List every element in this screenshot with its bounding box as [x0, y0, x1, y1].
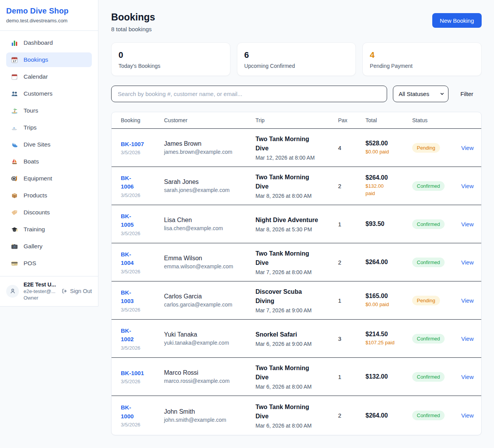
- customer-email: yuki.tanaka@example.com: [164, 340, 255, 346]
- booking-cell: BK-10023/5/2026: [121, 327, 164, 351]
- sidebar: Demo Dive Shop demo.test.divestreams.com…: [0, 0, 98, 307]
- pax-count: 4: [338, 145, 365, 151]
- trips-icon: [11, 124, 18, 131]
- trip-cell: Two Tank Morning DiveMar 7, 2026 at 8:00…: [255, 249, 338, 275]
- booking-number-link[interactable]: BK-1003: [121, 288, 164, 306]
- total-cell: $165.00$0.00 paid: [365, 293, 412, 308]
- paid-amount: $0.00 paid: [365, 148, 412, 156]
- customer-cell: James Brownjames.brown@example.com: [164, 140, 255, 155]
- sidebar-item-label: Training: [24, 226, 45, 233]
- sidebar-item-label: Trips: [24, 124, 37, 131]
- sidebar-item-training[interactable]: Training: [6, 222, 92, 237]
- sidebar-item-discounts[interactable]: Discounts: [6, 205, 92, 220]
- customer-name: Carlos Garcia: [164, 293, 255, 300]
- sidebar-item-label: Bookings: [24, 56, 48, 63]
- new-booking-button[interactable]: New Booking: [432, 13, 482, 28]
- view-link[interactable]: View: [461, 297, 474, 304]
- trip-datetime: Mar 7, 2026 at 8:00 AM: [255, 269, 338, 275]
- customer-email: marco.rossi@example.com: [164, 378, 255, 384]
- total-amount: $132.00: [365, 373, 412, 380]
- sidebar-item-bookings[interactable]: 17Bookings: [6, 52, 92, 67]
- customer-name: Sarah Jones: [164, 179, 255, 185]
- booking-cell: BK-10033/5/2026: [121, 288, 164, 313]
- customer-name: Marco Rossi: [164, 369, 255, 376]
- view-link[interactable]: View: [461, 183, 474, 189]
- total-amount: $528.00: [365, 140, 412, 147]
- paid-amount-line: $0.00 paid: [365, 148, 412, 156]
- sidebar-item-trips[interactable]: Trips: [6, 120, 92, 135]
- table-row: BK-10013/5/2026Marco Rossimarco.rossi@ex…: [112, 358, 481, 396]
- booking-number-link[interactable]: BK-1004: [121, 250, 164, 268]
- trip-cell: Two Tank Morning DiveMar 8, 2026 at 8:00…: [255, 173, 338, 199]
- status-cell: Confirmed: [412, 334, 461, 344]
- sidebar-item-boats[interactable]: Boats: [6, 154, 92, 169]
- customer-cell: Emma Wilsonemma.wilson@example.com: [164, 255, 255, 269]
- total-cell: $528.00$0.00 paid: [365, 140, 412, 156]
- paid-amount-line: $107.25 paid: [365, 339, 412, 347]
- sidebar-item-customers[interactable]: Customers: [6, 86, 92, 101]
- column-header-customer: Customer: [164, 117, 255, 123]
- booking-number-line: 1003: [121, 297, 164, 306]
- total-cell: $214.50$107.25 paid: [365, 331, 412, 347]
- trip-datetime: Mar 6, 2026 at 9:00 AM: [255, 341, 338, 347]
- trip-name: Two Tank Morning Dive: [255, 364, 322, 382]
- pax-count: 1: [338, 221, 365, 227]
- booking-date: 3/5/2026: [121, 422, 164, 428]
- sidebar-item-products[interactable]: Products: [6, 188, 92, 203]
- trip-name: Snorkel Safari: [255, 330, 322, 339]
- filter-button[interactable]: Filter: [460, 91, 473, 97]
- total-amount: $264.00: [365, 412, 412, 419]
- booking-date: 3/5/2026: [121, 269, 164, 275]
- trip-cell: Two Tank Morning DiveMar 12, 2026 at 8:0…: [255, 135, 338, 161]
- trip-cell: Two Tank Morning DiveMar 6, 2026 at 8:00…: [255, 364, 338, 390]
- sidebar-item-dive-sites[interactable]: Dive Sites: [6, 137, 92, 152]
- status-badge: Confirmed: [412, 411, 445, 420]
- user-info: E2E Test U... e2e-tester@... Owner: [24, 281, 57, 301]
- booking-number-link[interactable]: BK-1001: [121, 369, 164, 378]
- table-row: BK-10063/5/2026Sarah Jonessarah.jones@ex…: [112, 167, 481, 205]
- booking-number-link[interactable]: BK-1005: [121, 212, 164, 229]
- trip-name: Two Tank Morning Dive: [255, 173, 322, 191]
- status-select[interactable]: All Statuses: [393, 86, 448, 102]
- sidebar-item-dashboard[interactable]: Dashboard: [6, 35, 92, 50]
- booking-number-link[interactable]: BK-1002: [121, 327, 164, 344]
- booking-number-line: 1002: [121, 335, 164, 344]
- booking-number-line: BK-: [121, 327, 164, 335]
- sign-out-button[interactable]: Sign Out: [61, 288, 92, 294]
- customer-email: emma.wilson@example.com: [164, 263, 255, 269]
- pax-count: 2: [338, 259, 365, 266]
- tours-icon: [11, 107, 18, 115]
- discounts-icon: [11, 209, 18, 216]
- customer-cell: John Smithjohn.smith@example.com: [164, 408, 255, 423]
- booking-date: 3/5/2026: [121, 231, 164, 236]
- booking-number-line: 1000: [121, 412, 164, 421]
- view-link[interactable]: View: [461, 259, 474, 266]
- view-link[interactable]: View: [461, 145, 474, 151]
- sidebar-item-label: Boats: [24, 158, 39, 165]
- total-cell: $93.50: [365, 221, 412, 227]
- total-amount: $214.50: [365, 331, 412, 338]
- column-header-trip: Trip: [255, 117, 338, 123]
- booking-date: 3/5/2026: [121, 307, 164, 313]
- sidebar-nav: Dashboard17BookingsCalendarCustomersTour…: [0, 31, 98, 276]
- view-link[interactable]: View: [461, 221, 474, 227]
- view-link[interactable]: View: [461, 374, 474, 380]
- search-input[interactable]: [111, 86, 387, 102]
- sidebar-item-pos[interactable]: POS: [6, 256, 92, 271]
- booking-number-line: BK-1001: [121, 369, 164, 378]
- table-row: BK-10003/5/2026John Smithjohn.smith@exam…: [112, 396, 481, 435]
- status-badge: Confirmed: [412, 372, 445, 382]
- pax-count: 2: [338, 412, 365, 419]
- stat-card-upcoming-confirmed: 6 Upcoming Confirmed: [237, 42, 356, 76]
- sidebar-item-tours[interactable]: Tours: [6, 103, 92, 118]
- sidebar-item-label: Customers: [24, 90, 52, 97]
- booking-number-link[interactable]: BK-1006: [121, 174, 164, 191]
- view-link[interactable]: View: [461, 412, 474, 419]
- view-link[interactable]: View: [461, 335, 474, 342]
- booking-number-link[interactable]: BK-1007: [121, 140, 164, 149]
- paid-amount: $132.00paid: [365, 183, 412, 197]
- sidebar-item-equipment[interactable]: Equipment: [6, 171, 92, 186]
- sidebar-item-gallery[interactable]: Gallery: [6, 239, 92, 254]
- sidebar-item-calendar[interactable]: Calendar: [6, 69, 92, 84]
- booking-number-link[interactable]: BK-1000: [121, 403, 164, 421]
